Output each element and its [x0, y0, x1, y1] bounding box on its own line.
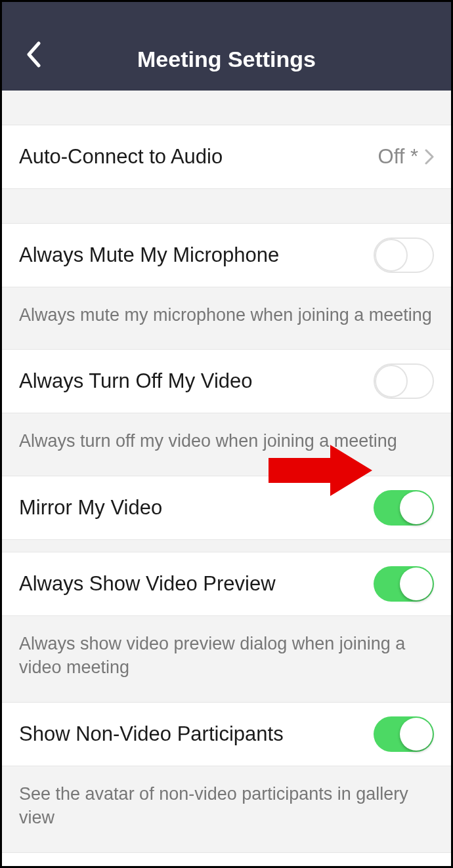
always-turn-off-video-toggle[interactable] — [374, 363, 434, 399]
always-mute-mic-desc: Always mute my microphone when joining a… — [2, 287, 451, 349]
auto-connect-audio-row[interactable]: Auto-Connect to Audio Off * — [2, 125, 451, 189]
mirror-my-video-label: Mirror My Video — [19, 496, 162, 520]
mirror-my-video-toggle[interactable] — [374, 490, 434, 526]
chevron-left-icon — [26, 41, 41, 68]
always-mute-mic-label: Always Mute My Microphone — [19, 243, 279, 267]
always-show-video-preview-row[interactable]: Always Show Video Preview — [2, 552, 451, 616]
back-button[interactable] — [20, 37, 47, 72]
always-show-video-preview-label: Always Show Video Preview — [19, 572, 276, 596]
always-show-video-preview-desc: Always show video preview dialog when jo… — [2, 616, 451, 702]
always-mute-mic-row[interactable]: Always Mute My Microphone — [2, 223, 451, 287]
auto-connect-audio-value: Off * — [378, 145, 434, 169]
section-gap — [2, 189, 451, 223]
always-mute-mic-toggle[interactable] — [374, 238, 434, 273]
auto-connect-audio-value-text: Off * — [378, 145, 418, 169]
show-non-video-participants-label: Show Non-Video Participants — [19, 722, 284, 746]
auto-connect-audio-label: Auto-Connect to Audio — [19, 145, 223, 169]
page-title: Meeting Settings — [137, 47, 316, 72]
always-show-video-preview-toggle[interactable] — [374, 566, 434, 602]
show-name-participants-join-row[interactable]: Show Name when Participants Join — [2, 852, 451, 868]
always-turn-off-video-desc: Always turn off my video when joining a … — [2, 413, 451, 475]
chevron-right-icon — [425, 149, 434, 165]
always-turn-off-video-label: Always Turn Off My Video — [19, 369, 253, 393]
show-non-video-participants-toggle[interactable] — [374, 716, 434, 752]
show-non-video-participants-row[interactable]: Show Non-Video Participants — [2, 702, 451, 766]
show-non-video-participants-desc: See the avatar of non-video participants… — [2, 766, 451, 852]
section-gap — [2, 540, 451, 552]
always-turn-off-video-row[interactable]: Always Turn Off My Video — [2, 349, 451, 413]
header: Meeting Settings — [2, 2, 451, 91]
settings-list: Auto-Connect to Audio Off * Always Mute … — [2, 91, 451, 868]
mirror-my-video-row[interactable]: Mirror My Video — [2, 476, 451, 540]
section-gap — [2, 91, 451, 125]
